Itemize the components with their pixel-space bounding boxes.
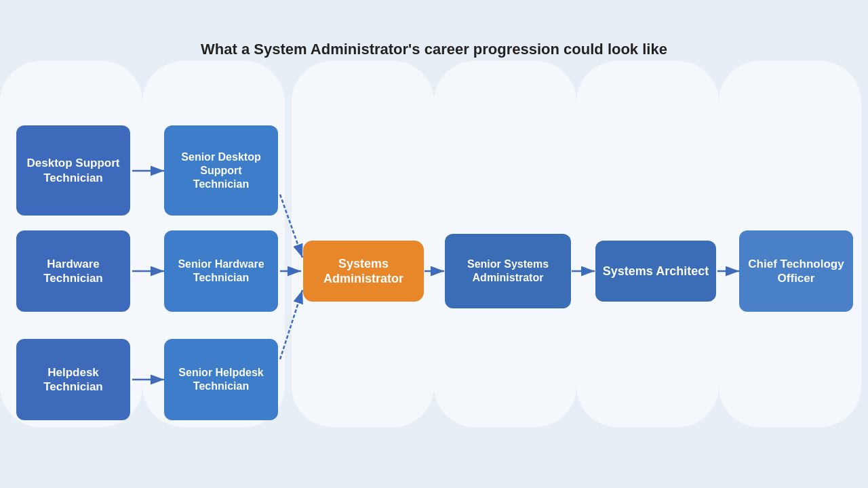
node-desktop-support: Desktop Support Technician <box>16 125 130 216</box>
node-helpdesk-tech: Helpdesk Technician <box>16 339 130 420</box>
node-senior-sys-admin: Senior Systems Administrator <box>445 234 571 308</box>
page-title: What a System Administrator's career pro… <box>0 41 868 58</box>
node-systems-architect: Systems Architect <box>595 241 716 302</box>
node-senior-hardware: Senior Hardware Technician <box>164 230 278 312</box>
node-senior-desktop: Senior Desktop Support Technician <box>164 125 278 216</box>
node-hardware-tech: Hardware Technician <box>16 230 130 312</box>
node-cto: Chief Technology Officer <box>739 230 853 312</box>
node-systems-admin: Systems Administrator <box>303 241 424 302</box>
node-senior-helpdesk: Senior Helpdesk Technician <box>164 339 278 420</box>
